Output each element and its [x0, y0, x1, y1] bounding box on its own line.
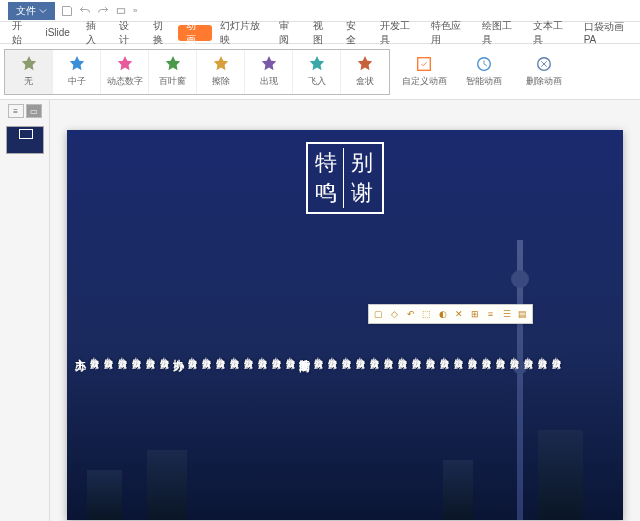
qat-more-icon[interactable]: »: [133, 6, 137, 15]
credit-text[interactable]: 办公资源网: [425, 350, 437, 355]
credit-text[interactable]: 办公资源网: [509, 350, 521, 355]
credit-text[interactable]: 办公资源网: [103, 350, 115, 355]
credit-text[interactable]: 办公资源网: [187, 350, 199, 355]
anim-飞入[interactable]: 飞入: [293, 50, 341, 94]
credit-text[interactable]: 办公资源网: [215, 350, 227, 355]
undo-icon[interactable]: [79, 5, 91, 17]
canvas: 特鸣 别谢 ▢◇↶⬚◐✕⊞≡☰▤ 主办办公资源网办公资源网办公资源网办公资源网办…: [50, 100, 640, 521]
tab-3[interactable]: 设计: [111, 22, 144, 44]
tb-icon[interactable]: ✕: [453, 309, 464, 320]
credit-text[interactable]: 赞助商: [299, 350, 311, 355]
credit-text[interactable]: 办公资源网: [537, 350, 549, 355]
svg-rect-1: [418, 58, 431, 71]
credit-text[interactable]: 办公资源网: [243, 350, 255, 355]
tab-10[interactable]: 开发工具: [372, 22, 423, 44]
tab-9[interactable]: 安全: [338, 22, 371, 44]
credit-text[interactable]: 办公资源网: [159, 350, 171, 355]
tb-icon[interactable]: ⊞: [469, 309, 480, 320]
floating-mini-toolbar[interactable]: ▢◇↶⬚◐✕⊞≡☰▤: [368, 304, 533, 324]
credit-text[interactable]: 办公资源网: [229, 350, 241, 355]
credit-text[interactable]: 办公资源网: [495, 350, 507, 355]
slide-panel: ≡ ▭: [0, 100, 50, 521]
thumbnail-view-icon[interactable]: ▭: [26, 104, 42, 118]
credit-text[interactable]: 办公资源网: [341, 350, 353, 355]
credit-text[interactable]: 办公资源网: [117, 350, 129, 355]
tb-icon[interactable]: ▤: [517, 309, 528, 320]
credit-text[interactable]: 办公资源网: [89, 350, 101, 355]
credit-text[interactable]: 办公资源网: [551, 350, 563, 355]
ribbon-btn-2[interactable]: 删除动画: [518, 50, 570, 94]
save-icon[interactable]: [61, 5, 73, 17]
svg-rect-0: [117, 8, 125, 13]
tab-0[interactable]: 开始: [4, 22, 37, 44]
anim-无[interactable]: 无: [5, 50, 53, 94]
redo-icon[interactable]: [97, 5, 109, 17]
tab-6[interactable]: 幻灯片放映: [212, 22, 272, 44]
title-text-box[interactable]: 特鸣 别谢: [306, 142, 384, 214]
file-menu-button[interactable]: 文件: [8, 2, 55, 20]
credit-text[interactable]: 办公资源网: [131, 350, 143, 355]
tab-7[interactable]: 审阅: [271, 22, 304, 44]
credit-text[interactable]: 办公资源网: [145, 350, 157, 355]
credit-text[interactable]: 办公资源网: [397, 350, 409, 355]
outline-view-icon[interactable]: ≡: [8, 104, 24, 118]
anim-百叶窗[interactable]: 百叶窗: [149, 50, 197, 94]
tab-14[interactable]: 口袋动画 PA: [576, 22, 640, 44]
anim-擦除[interactable]: 擦除: [197, 50, 245, 94]
ribbon-tabs: 开始iSlide插入设计切换动画幻灯片放映审阅视图安全开发工具特色应用绘图工具文…: [0, 22, 640, 44]
credit-text[interactable]: 办公资源网: [327, 350, 339, 355]
credit-text[interactable]: 办公资源网: [257, 350, 269, 355]
animation-gallery[interactable]: 无中子动态数字百叶窗擦除出现飞入盒状: [4, 49, 390, 95]
credit-text[interactable]: 办公资源网: [313, 350, 325, 355]
tab-2[interactable]: 插入: [78, 22, 111, 44]
anim-盒状[interactable]: 盒状: [341, 50, 389, 94]
anim-出现[interactable]: 出现: [245, 50, 293, 94]
credit-text[interactable]: 办公资源网: [453, 350, 465, 355]
credit-text[interactable]: 办公资源网: [369, 350, 381, 355]
tab-11[interactable]: 特色应用: [423, 22, 474, 44]
tb-icon[interactable]: ↶: [405, 309, 416, 320]
ribbon: 无中子动态数字百叶窗擦除出现飞入盒状 自定义动画智能动画删除动画: [0, 44, 640, 100]
print-icon[interactable]: [115, 5, 127, 17]
ribbon-btn-1[interactable]: 智能动画: [458, 50, 510, 94]
credit-text[interactable]: 主办: [75, 350, 87, 355]
tab-1[interactable]: iSlide: [37, 22, 77, 44]
tab-12[interactable]: 绘图工具: [474, 22, 525, 44]
workspace: ≡ ▭ 特鸣 别谢 ▢◇↶⬚◐✕⊞≡☰▤ 主办办公资源网办公资源网办公资源网办公…: [0, 100, 640, 521]
tab-13[interactable]: 文本工具: [525, 22, 576, 44]
tb-icon[interactable]: ≡: [485, 309, 496, 320]
tb-icon[interactable]: ◐: [437, 309, 448, 320]
credit-text[interactable]: 办公资源网: [411, 350, 423, 355]
tab-4[interactable]: 切换: [145, 22, 178, 44]
anim-中子[interactable]: 中子: [53, 50, 101, 94]
credit-text[interactable]: 办公资源网: [201, 350, 213, 355]
tb-icon[interactable]: ⬚: [421, 309, 432, 320]
ribbon-btn-0[interactable]: 自定义动画: [398, 50, 450, 94]
credit-text[interactable]: 协办: [173, 350, 185, 355]
quick-access-toolbar: 文件 »: [0, 2, 145, 20]
slide-thumbnail-1[interactable]: [6, 126, 44, 154]
credits-area[interactable]: 主办办公资源网办公资源网办公资源网办公资源网办公资源网办公资源网协办办公资源网办…: [67, 340, 623, 520]
credit-text[interactable]: 办公资源网: [439, 350, 451, 355]
credit-text[interactable]: 办公资源网: [523, 350, 535, 355]
credit-text[interactable]: 办公资源网: [271, 350, 283, 355]
credit-text[interactable]: 办公资源网: [481, 350, 493, 355]
tab-8[interactable]: 视图: [305, 22, 338, 44]
credit-text[interactable]: 办公资源网: [467, 350, 479, 355]
tb-icon[interactable]: ◇: [389, 309, 400, 320]
tb-icon[interactable]: ☰: [501, 309, 512, 320]
credit-text[interactable]: 办公资源网: [285, 350, 297, 355]
anim-动态数字[interactable]: 动态数字: [101, 50, 149, 94]
credit-text[interactable]: 办公资源网: [355, 350, 367, 355]
slide[interactable]: 特鸣 别谢 ▢◇↶⬚◐✕⊞≡☰▤ 主办办公资源网办公资源网办公资源网办公资源网办…: [67, 130, 623, 520]
tb-icon[interactable]: ▢: [373, 309, 384, 320]
tab-5[interactable]: 动画: [178, 25, 211, 41]
view-toggle[interactable]: ≡ ▭: [8, 104, 42, 118]
credit-text[interactable]: 办公资源网: [383, 350, 395, 355]
